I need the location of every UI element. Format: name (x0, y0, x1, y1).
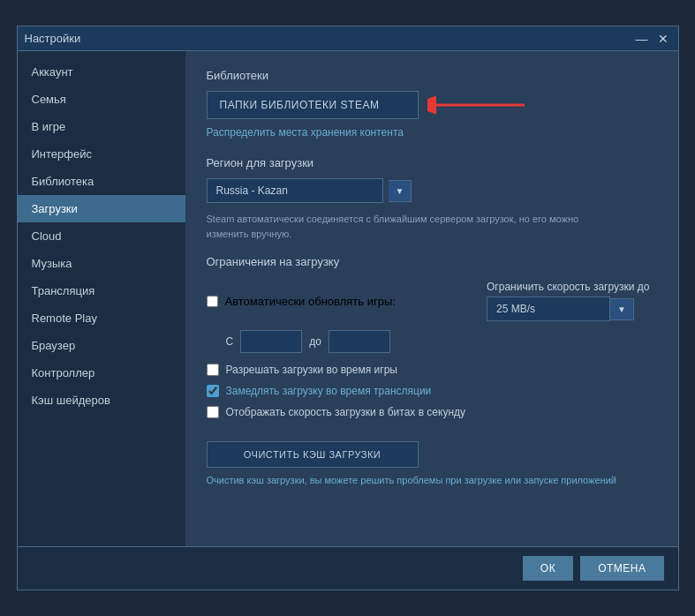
sidebar-item-account[interactable]: Аккаунт (18, 58, 185, 86)
sidebar-item-interface[interactable]: Интерфейс (18, 140, 185, 168)
sidebar-item-shadercache[interactable]: Кэш шейдеров (18, 387, 185, 414)
cancel-button[interactable]: ОТМЕНА (580, 556, 663, 581)
limits-section: Ограничения на загрузку Автоматически об… (207, 255, 657, 485)
libraries-section: Библиотеки ПАПКИ БИБЛИОТЕКИ STEAM Распре… (207, 69, 657, 139)
main-content: АккаунтСемьяВ игреИнтерфейсБиблиотекаЗаг… (18, 51, 678, 546)
from-input[interactable] (240, 330, 302, 353)
show-bits-checkbox[interactable] (207, 406, 219, 418)
auto-update-row: Автоматически обновлять игры: Ограничить… (207, 281, 657, 321)
clear-cache-button[interactable]: ОЧИСТИТЬ КЭШ ЗАГРУЗКИ (207, 441, 419, 468)
auto-update-label: Автоматически обновлять игры: (225, 295, 396, 308)
sidebar-item-library[interactable]: Библиотека (18, 168, 185, 195)
throttle-checkbox[interactable] (207, 385, 219, 397)
arrow-annotation (427, 87, 533, 123)
throttle-label: Замедлять загрузку во время трансляции (226, 385, 432, 397)
auto-update-checkbox[interactable] (207, 296, 218, 307)
library-folders-button[interactable]: ПАПКИ БИБЛИОТЕКИ STEAM (207, 91, 419, 119)
sidebar-item-cloud[interactable]: Cloud (18, 222, 185, 250)
from-label: С (226, 335, 234, 348)
sidebar-item-browser[interactable]: Браузер (18, 332, 185, 359)
speed-limit-label: Ограничить скорость загрузки до (487, 281, 649, 293)
region-select[interactable]: Russia - Kazan (207, 178, 383, 203)
allow-download-checkbox[interactable] (207, 364, 219, 376)
window-title: Настройки (25, 32, 81, 45)
sidebar-item-music[interactable]: Музыка (18, 250, 185, 277)
sidebar-item-ingame[interactable]: В игре (18, 113, 185, 140)
to-label: до (309, 335, 321, 348)
speed-select-arrow[interactable]: ▼ (610, 298, 634, 320)
distribute-storage-link[interactable]: Распределить места хранения контента (207, 126, 657, 139)
to-input[interactable] (329, 330, 390, 353)
content-area: Библиотеки ПАПКИ БИБЛИОТЕКИ STEAM Распре… (185, 51, 678, 546)
close-button[interactable]: ✕ (655, 32, 671, 46)
minimize-button[interactable]: — (634, 32, 650, 46)
sidebar: АккаунтСемьяВ игреИнтерфейсБиблиотекаЗаг… (18, 51, 185, 546)
title-bar: Настройки — ✕ (18, 26, 678, 51)
show-bits-row: Отображать скорость загрузки в битах в с… (207, 406, 657, 418)
sidebar-item-remoteplay[interactable]: Remote Play (18, 304, 185, 332)
sidebar-item-controller[interactable]: Контроллер (18, 359, 185, 387)
sidebar-item-broadcast[interactable]: Трансляция (18, 277, 185, 304)
clear-cache-info: Очистив кэш загрузки, вы можете решить п… (207, 475, 622, 485)
region-select-row: Russia - Kazan ▼ (207, 178, 657, 203)
sidebar-item-family[interactable]: Семья (18, 86, 185, 113)
show-bits-label: Отображать скорость загрузки в битах в с… (226, 406, 466, 418)
window-controls: — ✕ (634, 32, 671, 46)
speed-select[interactable]: 25 MB/s (487, 297, 610, 321)
sidebar-item-downloads[interactable]: Загрузки (18, 195, 185, 222)
region-info-text: Steam автоматически соединяется с ближай… (207, 212, 622, 241)
allow-download-row: Разрешать загрузки во время игры (207, 364, 657, 376)
download-region-section: Регион для загрузки Russia - Kazan ▼ Ste… (207, 156, 657, 241)
ok-button[interactable]: ОК (523, 556, 573, 581)
limits-heading: Ограничения на загрузку (207, 255, 657, 268)
region-select-arrow[interactable]: ▼ (389, 180, 412, 202)
range-row: С до (226, 330, 657, 353)
region-heading: Регион для загрузки (207, 156, 657, 169)
libraries-heading: Библиотеки (207, 69, 657, 82)
allow-download-label: Разрешать загрузки во время игры (226, 364, 397, 376)
throttle-row: Замедлять загрузку во время трансляции (207, 385, 657, 397)
footer: ОК ОТМЕНА (18, 546, 678, 590)
settings-window: Настройки — ✕ АккаунтСемьяВ игреИнтерфей… (17, 26, 679, 590)
